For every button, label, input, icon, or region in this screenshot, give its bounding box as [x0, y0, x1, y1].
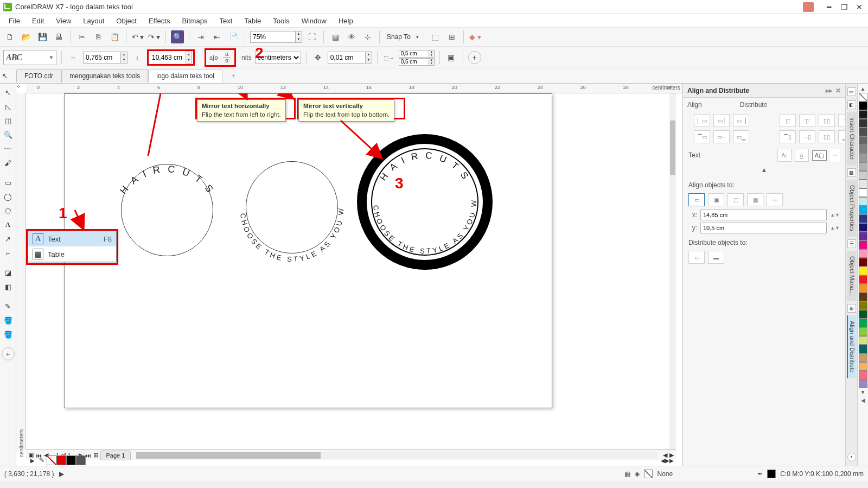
tab-logo-dalam[interactable]: logo dalam teks tool [148, 69, 222, 83]
pal-teal[interactable] [859, 345, 867, 353]
new-icon[interactable]: 🗋 [3, 30, 16, 43]
open-icon[interactable]: 📂 [20, 30, 33, 43]
show-grid-icon[interactable]: 👁 [345, 30, 358, 43]
flyout-text-row[interactable]: A TextF8 [28, 231, 116, 246]
menu-bitmaps[interactable]: Bitmaps [176, 15, 213, 27]
alignto-active-icon[interactable]: ▭ [688, 193, 705, 206]
pal-tan[interactable] [859, 353, 867, 362]
width-input[interactable] [83, 52, 121, 64]
alignto-page-edge-icon[interactable]: ▣ [708, 193, 724, 206]
pal-gray90[interactable] [859, 110, 867, 119]
swatch-red[interactable] [56, 455, 66, 465]
close-button[interactable]: ✕ [854, 3, 865, 11]
vtab-insert-character[interactable]: Insert Character [847, 112, 857, 166]
shape-tool-icon[interactable]: ◺ [2, 100, 15, 113]
distto-selection-icon[interactable]: ▭ [688, 251, 705, 264]
pal-brown[interactable] [859, 293, 867, 301]
interactive-fill-icon[interactable]: 🪣 [2, 314, 15, 327]
snap-to-dropdown[interactable]: Snap To [385, 33, 413, 41]
minimize-button[interactable]: ━ [824, 3, 834, 11]
pal-white[interactable] [859, 188, 867, 197]
pal-yellow[interactable] [859, 267, 867, 275]
flyout-table-row[interactable]: ▦ Table [28, 246, 116, 262]
alignto-grid-icon[interactable]: ▦ [747, 193, 763, 206]
fullscreen-icon[interactable]: ⛶ [305, 30, 318, 43]
dockertab-icon-1[interactable]: ▭ [847, 87, 856, 96]
polygon-tool-icon[interactable]: ⬠ [2, 204, 15, 217]
pal-gray50[interactable] [859, 145, 867, 154]
paste-icon[interactable]: 📋 [108, 30, 121, 43]
vtab-object-properties[interactable]: Object Properties [847, 180, 857, 237]
align-right-icon[interactable]: ▭▕ [733, 114, 749, 127]
pick-tool-icon[interactable]: ↖ [2, 86, 15, 99]
pal-gray70[interactable] [859, 128, 867, 136]
vtab-object-manager[interactable]: Object Mana… [847, 251, 857, 301]
pal-salmon[interactable] [859, 371, 867, 379]
ruler-vertical[interactable]: centimeters [16, 93, 26, 449]
menu-table[interactable]: Table [239, 15, 266, 27]
new-tab-button[interactable]: ＋ [226, 69, 241, 83]
duplicate-distance[interactable]: ▲▼ ▲▼ [399, 50, 435, 66]
zoom-tool-icon[interactable]: 🔍 [2, 128, 15, 141]
eyedropper-icon[interactable]: ✎ [37, 457, 47, 464]
menu-edit[interactable]: Edit [27, 15, 49, 27]
palette-down-icon[interactable]: ▼ [860, 388, 866, 396]
align-center-v-icon[interactable]: ▭─ [713, 130, 730, 143]
pal-gray60[interactable] [859, 136, 867, 145]
status-fill-none-swatch[interactable] [644, 470, 653, 478]
maximize-button[interactable]: ❐ [839, 3, 850, 11]
cut-icon[interactable]: ✂ [75, 30, 88, 43]
menu-window[interactable]: Window [296, 15, 332, 27]
pal-gray30[interactable] [859, 162, 867, 171]
pal-bluedeep[interactable] [859, 223, 867, 232]
status-next-icon[interactable]: ▶ [59, 470, 64, 478]
add-preset-icon[interactable]: + [468, 51, 481, 64]
redo-icon[interactable]: ↷ ▾ [148, 30, 161, 43]
dist-center-h-icon[interactable]: ∶▯∶ [799, 114, 815, 127]
pal-blue[interactable] [859, 214, 867, 223]
transparency-icon[interactable]: ◧ [2, 280, 15, 293]
copy-icon[interactable]: ⎘ [92, 30, 105, 43]
menu-effects[interactable]: Effects [143, 15, 176, 27]
zoom-level[interactable]: ▲▼ [250, 31, 302, 43]
ellipse-tool-icon[interactable]: ◯ [2, 190, 15, 203]
palette-nav-left-icon[interactable]: ▶ [28, 458, 37, 464]
show-guides-icon[interactable]: ⊹ [361, 30, 374, 43]
vtab-align-distribute[interactable]: Align and Distribute [847, 315, 857, 378]
pal-reddk[interactable] [859, 258, 867, 267]
tabs-pick-icon[interactable]: ↖ [2, 72, 8, 80]
swatch-black[interactable] [66, 455, 76, 465]
dist-center-v-icon[interactable]: ─▯ [799, 130, 815, 143]
vertical-scrollbar[interactable] [669, 93, 676, 449]
dist-top-icon[interactable]: ▔▯ [780, 130, 796, 143]
dockertab-icon-3[interactable]: ▦ [847, 168, 856, 177]
mirror-vertical-button[interactable]: aa [220, 51, 233, 64]
dockertab-icon-2[interactable]: ◧ [847, 100, 856, 109]
align-y-input[interactable] [700, 223, 827, 233]
menu-object[interactable]: Object [111, 15, 142, 27]
import-icon[interactable]: ⇥ [194, 30, 207, 43]
parallel-dim-icon[interactable]: ↗ [2, 232, 15, 245]
connector-tool-icon[interactable]: ⌐ [2, 246, 15, 259]
status-fill-icon[interactable]: ◈ [635, 470, 640, 478]
pal-purple[interactable] [859, 232, 867, 240]
distto-page-icon[interactable]: ▬ [708, 251, 724, 264]
docker-collapse-up-icon[interactable]: ▲ [683, 165, 845, 177]
rectangle-tool-icon[interactable]: ▭ [2, 176, 15, 189]
launch-icon[interactable]: ⊞ [445, 30, 458, 43]
export-icon[interactable]: ⇤ [210, 30, 224, 43]
status-outline-swatch[interactable] [767, 470, 776, 478]
publish-pdf-icon[interactable]: 📄 [227, 30, 240, 43]
smart-fill-icon[interactable]: 🪣 [2, 328, 15, 341]
menu-text[interactable]: Text [214, 15, 238, 27]
fill-dropdown-icon[interactable]: ◆ ▾ [469, 30, 482, 43]
docker-collapse-icon[interactable]: ▸▸ [826, 87, 832, 94]
menu-help[interactable]: Help [333, 15, 359, 27]
pal-pink[interactable] [859, 249, 867, 258]
pal-gray80[interactable] [859, 119, 867, 128]
pal-magenta[interactable] [859, 240, 867, 249]
dockertab-add-icon[interactable]: + [847, 453, 856, 461]
align-top-icon[interactable]: ▔▭ [694, 130, 710, 143]
alignto-page-center-icon[interactable]: ▢ [727, 193, 744, 206]
options-icon[interactable]: ⬚ [429, 30, 442, 43]
